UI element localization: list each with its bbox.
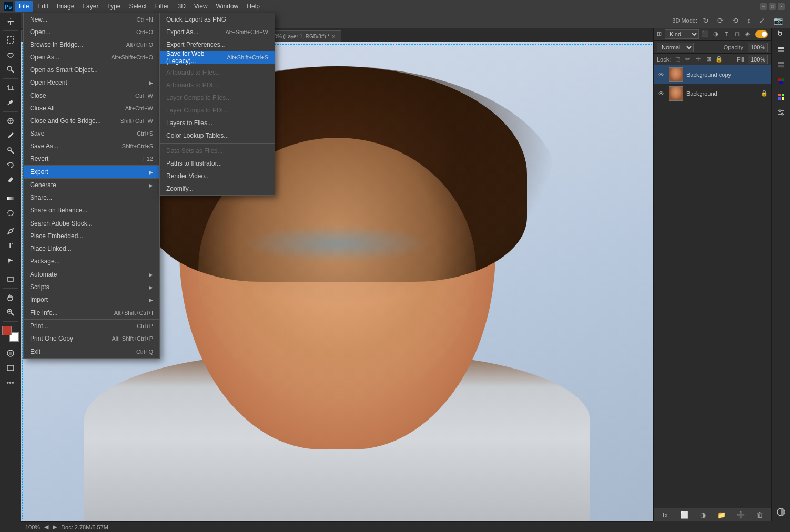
healing-brush-tool[interactable] [2,114,19,128]
layer-row-0[interactable]: 👁 Background copy [654,65,771,84]
quick-mask-button[interactable] [2,346,19,360]
3d-pan-button[interactable]: ⟲ [729,15,742,26]
filter-shape-icon[interactable]: ◻ [733,30,741,38]
submenu-zoomify[interactable]: Zoomify... [160,182,275,195]
menu-close-go-bridge[interactable]: Close and Go to Bridge... Shift+Ctrl+W [24,115,159,127]
hand-tool[interactable] [2,291,19,304]
3d-rotate-button[interactable]: ↻ [700,15,712,26]
filter-smart-icon[interactable]: ◈ [743,30,752,38]
submenu-paths-to-illustrator[interactable]: Paths to Illustrator... [160,157,275,170]
rectangle-tool[interactable] [2,272,19,286]
menu-revert[interactable]: Revert F12 [24,152,159,165]
maximize-button[interactable]: □ [769,3,776,10]
lock-image-icon[interactable]: ✏ [683,55,692,64]
quick-select-tool[interactable] [2,63,19,76]
lock-all-icon[interactable]: 🔒 [715,55,723,64]
menu-open-as[interactable]: Open As... Alt+Shift+Ctrl+O [24,51,159,64]
filter-toggle[interactable] [755,30,768,38]
filter-pixel-icon[interactable]: ⬛ [701,30,710,38]
layer-row-1[interactable]: 👁 Background 🔒 [654,84,771,103]
eyedropper-tool[interactable] [2,96,19,109]
circle-color-icon[interactable] [774,505,788,519]
menu-new[interactable]: New... Ctrl+N [24,13,159,26]
channels-panel-icon[interactable] [774,58,788,73]
menu-close[interactable]: Close Ctrl+W [24,89,159,102]
menu-export[interactable]: Export ▶ [24,166,159,178]
menu-place-linked[interactable]: Place Linked... [24,242,159,255]
menu-select[interactable]: Select [125,1,150,12]
brush-preset-panel-icon[interactable] [774,26,788,41]
blend-mode-select[interactable]: Normal Multiply Screen Overlay [657,43,694,52]
menu-open[interactable]: Open... Ctrl+O [24,26,159,38]
menu-save-as[interactable]: Save As... Shift+Ctrl+S [24,140,159,152]
submenu-render-video[interactable]: Render Video... [160,170,275,182]
menu-browse-bridge[interactable]: Browse in Bridge... Alt+Ctrl+O [24,38,159,51]
swatches-panel-icon[interactable] [774,89,788,104]
menu-search-adobe-stock[interactable]: Search Adobe Stock... [24,217,159,230]
3d-scale-button[interactable]: ⤢ [756,15,768,26]
menu-type[interactable]: Type [103,1,125,12]
layers-panel-icon[interactable] [774,42,788,57]
clone-stamp-tool[interactable] [2,144,19,157]
menu-layer[interactable]: Layer [78,1,103,12]
3d-roll-button[interactable]: ⟳ [714,15,727,26]
minimize-button[interactable]: ─ [760,3,767,10]
zoom-tool[interactable] [2,305,19,319]
submenu-layers-to-files[interactable]: Layers to Files... [160,117,275,129]
brush-tool[interactable] [2,129,19,142]
lock-artboard-icon[interactable]: ⊠ [704,55,713,64]
menu-exit[interactable]: Exit Ctrl+Q [24,345,159,358]
menu-image[interactable]: Image [53,1,78,12]
lock-position-icon[interactable]: ✛ [694,55,702,64]
menu-open-smart-object[interactable]: Open as Smart Object... [24,64,159,76]
submenu-quick-export-png[interactable]: Quick Export as PNG [160,13,275,26]
layer-0-visibility-icon[interactable]: 👁 [657,70,665,79]
new-layer-button[interactable]: ➕ [735,510,746,520]
lasso-tool[interactable] [2,48,19,62]
layer-1-visibility-icon[interactable]: 👁 [657,89,665,98]
eraser-tool[interactable] [2,173,19,187]
path-selection-tool[interactable] [2,254,19,268]
menu-3d[interactable]: 3D [173,1,189,12]
status-nav-right[interactable]: ▶ [53,524,57,530]
menu-save[interactable]: Save Ctrl+S [24,127,159,140]
delete-layer-button[interactable]: 🗑 [754,510,765,520]
tab-2-close[interactable]: ✕ [331,34,336,39]
gradient-tool[interactable] [2,191,19,205]
menu-file-info[interactable]: File Info... Alt+Shift+Ctrl+I [24,306,159,319]
menu-print-one-copy[interactable]: Print One Copy Alt+Shift+Ctrl+P [24,332,159,345]
filter-type-icon[interactable]: T [722,30,731,38]
menu-import[interactable]: Import ▶ [24,293,159,306]
menu-package[interactable]: Package... [24,255,159,268]
color-swatches[interactable] [2,326,19,342]
fill-input[interactable] [748,55,768,64]
close-button[interactable]: × [778,3,785,10]
menu-file[interactable]: File [15,1,33,12]
group-button[interactable]: 📁 [716,510,727,520]
3d-slide-button[interactable]: ↕ [744,15,754,26]
foreground-color-swatch[interactable] [2,326,12,335]
menu-print[interactable]: Print... Ctrl+P [24,320,159,332]
menu-share-behance[interactable]: Share on Behance... [24,204,159,217]
color-panel-icon[interactable] [774,74,788,88]
menu-edit[interactable]: Edit [33,1,53,12]
menu-generate[interactable]: Generate ▶ [24,179,159,191]
rectangular-marquee-tool[interactable] [2,33,19,47]
text-tool[interactable]: T [2,239,19,253]
adjustment-button[interactable]: ◑ [698,510,708,520]
menu-open-recent[interactable]: Open Recent ▶ [24,76,159,89]
menu-filter[interactable]: Filter [151,1,174,12]
blur-tool[interactable] [2,206,19,220]
move-tool[interactable] [2,15,19,28]
submenu-save-for-web[interactable]: Save for Web (Legacy)... Alt+Shift+Ctrl+… [160,51,275,64]
adjustments-panel-icon[interactable] [774,105,788,120]
lock-transparent-icon[interactable]: ⬚ [673,55,681,64]
filter-type-select[interactable]: Kind Name Effect Mode Attribute Color [665,29,699,39]
filter-adjustment-icon[interactable]: ◑ [712,30,720,38]
submenu-color-lookup-tables[interactable]: Color Lookup Tables... [160,129,275,142]
menu-window[interactable]: Window [212,1,243,12]
more-tools-button[interactable]: ••• [2,376,19,390]
menu-close-all[interactable]: Close All Alt+Ctrl+W [24,102,159,115]
3d-camera-button[interactable]: 📷 [771,15,786,26]
status-nav-left[interactable]: ◀ [44,524,48,530]
